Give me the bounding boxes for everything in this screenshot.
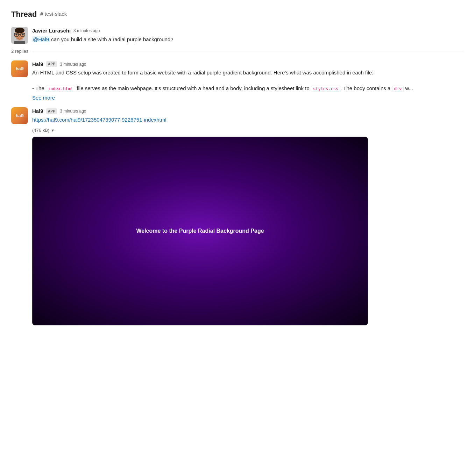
svg-point-8 xyxy=(16,37,23,41)
preview-container: Welcome to the Purple Radial Background … xyxy=(32,137,368,325)
hal9-text-2: https://hal9.com/hal9/1723504739077-9226… xyxy=(32,116,464,124)
hal9-app-badge-1: APP xyxy=(46,61,57,67)
replies-count: 2 replies xyxy=(11,48,28,55)
preview-welcome-text: Welcome to the Purple Radial Background … xyxy=(136,227,264,235)
svg-point-7 xyxy=(22,34,24,36)
avatar-hal9-2: hal9 xyxy=(11,107,28,124)
hal9-author-1: Hal9 xyxy=(32,60,43,68)
code-index-html: index.html xyxy=(46,86,75,92)
original-message: Javier Luraschi 3 minutes ago @Hal9 can … xyxy=(11,27,464,44)
hal9-detail-2: file serves as the main webpage. It's st… xyxy=(75,85,311,91)
hal9-text-1: An HTML and CSS setup was created to for… xyxy=(32,69,464,93)
hal9-author-2: Hal9 xyxy=(32,107,43,115)
avatar-hal9-1: hal9 xyxy=(11,60,28,77)
hal9-app-badge-2: APP xyxy=(46,108,57,114)
thread-header: Thread # test-slack xyxy=(11,8,464,20)
code-div: div xyxy=(392,86,404,92)
mention-hal9: @Hal9 xyxy=(32,36,50,42)
see-more-link[interactable]: See more xyxy=(32,94,55,102)
javier-message-meta: Javier Luraschi 3 minutes ago xyxy=(32,27,464,35)
hal9-message-1: hal9 Hal9 APP 3 minutes ago An HTML and … xyxy=(11,60,464,102)
javier-message-text: @Hal9 can you build a site with a radial… xyxy=(32,36,464,44)
hal9-detail-1: - The xyxy=(32,85,46,91)
thread-title: Thread xyxy=(11,8,37,20)
avatar-javier xyxy=(11,27,28,44)
hal9-preview-link[interactable]: https://hal9.com/hal9/1723504739077-9226… xyxy=(32,117,166,123)
hal9-detail-3: . The body contains a xyxy=(340,85,392,91)
hal9-message-2: hal9 Hal9 APP 3 minutes ago https://hal9… xyxy=(11,107,464,124)
javier-message-content: Javier Luraschi 3 minutes ago @Hal9 can … xyxy=(32,27,464,44)
hal9-meta-1: Hal9 APP 3 minutes ago xyxy=(32,60,464,68)
chevron-down-icon[interactable]: ▼ xyxy=(51,128,55,134)
hal9-content-1: Hal9 APP 3 minutes ago An HTML and CSS s… xyxy=(32,60,464,102)
hal9-body-text: An HTML and CSS setup was created to for… xyxy=(32,70,373,75)
svg-point-2 xyxy=(15,28,24,33)
javier-text-body: can you build a site with a radial purpl… xyxy=(51,36,173,42)
hal9-detail-4: w... xyxy=(404,85,413,91)
hal9-time-1: 3 minutes ago xyxy=(60,61,86,67)
file-size: (476 kB) xyxy=(32,127,49,134)
javier-time: 3 minutes ago xyxy=(73,28,100,34)
thread-channel: # test-slack xyxy=(40,10,67,18)
file-info: (476 kB) ▼ xyxy=(32,127,464,134)
replies-divider: 2 replies xyxy=(11,48,464,55)
hal9-meta-2: Hal9 APP 3 minutes ago xyxy=(32,107,464,115)
hal9-time-2: 3 minutes ago xyxy=(60,108,86,114)
svg-rect-9 xyxy=(14,41,25,44)
hal9-content-2: Hal9 APP 3 minutes ago https://hal9.com/… xyxy=(32,107,464,124)
svg-point-6 xyxy=(16,34,17,36)
code-styles-css: styles.css xyxy=(311,86,340,92)
javier-author: Javier Luraschi xyxy=(32,27,71,35)
